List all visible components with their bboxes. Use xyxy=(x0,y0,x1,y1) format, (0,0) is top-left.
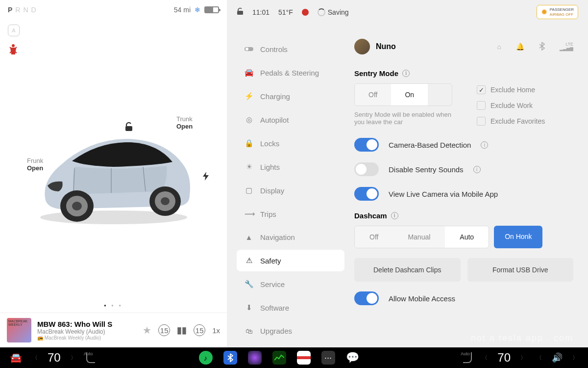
display-icon: ▢ xyxy=(245,186,253,195)
download-icon: ⬇ xyxy=(245,303,253,312)
skip-back-button[interactable]: 15 xyxy=(158,324,170,336)
format-usb-button[interactable]: Format USB Drive xyxy=(467,258,574,282)
dashcam-label: Dashcam i xyxy=(354,211,573,220)
svg-point-5 xyxy=(72,202,82,210)
nav-trips[interactable]: ⟿Trips xyxy=(237,203,344,225)
nav-display[interactable]: ▢Display xyxy=(237,180,344,201)
sentry-on-button[interactable]: On xyxy=(391,84,428,105)
nav-controls[interactable]: Controls xyxy=(237,39,344,60)
driver-temp[interactable]: 70 xyxy=(48,351,61,365)
info-icon[interactable]: i xyxy=(391,212,398,219)
skip-forward-button[interactable]: 15 xyxy=(194,324,205,336)
sentry-mode-label: Sentry Mode i xyxy=(354,69,573,78)
volume-icon[interactable]: 🔊 xyxy=(552,352,563,363)
passenger-temp[interactable]: 70 xyxy=(497,351,511,365)
nav-navigation[interactable]: ▲Navigation xyxy=(237,227,344,248)
vol-down[interactable]: 〈 xyxy=(536,354,542,362)
info-icon[interactable]: i xyxy=(402,70,410,77)
delete-clips-button[interactable]: Delete Dashcam Clips xyxy=(354,258,461,282)
passenger-seat-heat[interactable] xyxy=(463,352,472,363)
calendar-icon[interactable] xyxy=(297,351,311,365)
battery-icon xyxy=(204,6,219,13)
alert-icon: ⚠ xyxy=(245,256,253,265)
nav-charging[interactable]: ⚡Charging xyxy=(237,85,344,107)
recording-icon xyxy=(302,9,309,16)
exclude-favorites-checkbox[interactable]: Exclude Favorites xyxy=(477,117,545,126)
dashcam-manual-button[interactable]: Manual xyxy=(393,226,445,248)
media-subtitle: MacBreak Weekly (Audio) xyxy=(37,328,137,335)
dashcam-on-honk-button[interactable]: On Honk xyxy=(494,226,542,248)
car-unlock-icon[interactable] xyxy=(237,7,244,17)
svg-point-11 xyxy=(245,48,248,51)
info-icon[interactable]: i xyxy=(473,166,481,173)
route-icon: ⟿ xyxy=(245,210,253,218)
nav-locks[interactable]: 🔒Locks xyxy=(237,132,344,154)
snowflake-icon: ❄ xyxy=(195,6,200,14)
temp-up-right[interactable]: 〉 xyxy=(520,354,526,362)
vol-up[interactable]: 〉 xyxy=(572,354,578,362)
car-render xyxy=(25,122,202,230)
airbag-icon: ✹ xyxy=(541,7,547,17)
playback-speed-button[interactable]: 1x xyxy=(212,326,220,335)
disable-sounds-toggle[interactable] xyxy=(354,162,379,176)
nav-safety[interactable]: ⚠Safety xyxy=(237,250,344,271)
nav-arrow-icon: ▲ xyxy=(245,233,253,241)
car-status-panel: PRND 54 mi ❄ A Frunk Open Trunk Open xyxy=(0,0,227,347)
steering-icon: ◎ xyxy=(245,115,253,124)
bottom-dock: 🚘 〈 70 〉 Auto ♪ ⋯ 💬 Auto 〈 70 〉 〈 🔊 〉 xyxy=(0,347,588,368)
top-status-bar: 11:01 51°F Saving ✹ PASSENGERAIRBAG OFF xyxy=(227,0,588,24)
temp-down-left[interactable]: 〈 xyxy=(32,354,38,362)
range-display: 54 mi xyxy=(174,6,191,14)
sentry-toggle: Off On xyxy=(354,83,452,106)
more-apps-icon[interactable]: ⋯ xyxy=(321,351,335,365)
favorite-button[interactable]: ★ xyxy=(143,324,151,336)
mobile-access-toggle[interactable] xyxy=(354,291,379,305)
settings-nav: Controls 🚘Pedals & Steering ⚡Charging ◎A… xyxy=(237,39,344,347)
camera-detection-toggle[interactable] xyxy=(354,138,379,152)
exclude-work-checkbox[interactable]: Exclude Work xyxy=(477,101,545,110)
dashcam-off-button[interactable]: Off xyxy=(355,226,393,248)
nav-software[interactable]: ⬇Software xyxy=(237,297,344,318)
bag-icon: 🛍 xyxy=(245,327,253,335)
toggle-icon xyxy=(245,45,253,53)
loading-spinner-icon xyxy=(318,8,325,16)
svg-point-8 xyxy=(161,197,170,205)
bolt-icon: ⚡ xyxy=(245,92,253,101)
sun-icon: ☀ xyxy=(245,162,253,171)
messages-icon[interactable]: 💬 xyxy=(346,351,360,365)
sentry-off-button[interactable]: Off xyxy=(355,84,391,105)
avatar[interactable] xyxy=(354,39,370,54)
save-status: Saving xyxy=(328,8,349,16)
page-dots[interactable]: ● ● ● xyxy=(0,303,227,308)
nav-upgrades[interactable]: 🛍Upgrades xyxy=(237,320,344,342)
bluetooth-app-icon[interactable] xyxy=(223,351,237,365)
info-icon[interactable]: i xyxy=(481,141,488,149)
media-title: MBW 863: Who Will S xyxy=(37,320,137,328)
profile-name[interactable]: Nuno xyxy=(376,42,396,51)
dashcam-auto-button[interactable]: Auto xyxy=(445,226,489,248)
lock-icon: 🔒 xyxy=(245,139,253,148)
nav-autopilot[interactable]: ◎Autopilot xyxy=(237,109,344,131)
exclude-home-checkbox[interactable]: Exclude Home xyxy=(477,85,545,94)
wrench-icon: 🔧 xyxy=(245,280,253,289)
nav-lights[interactable]: ☀Lights xyxy=(237,156,344,178)
dashcam-app-icon[interactable] xyxy=(248,351,262,365)
energy-app-icon[interactable] xyxy=(272,351,286,365)
nav-service[interactable]: 🔧Service xyxy=(237,273,344,295)
nav-pedals[interactable]: 🚘Pedals & Steering xyxy=(237,62,344,83)
bell-icon[interactable]: 🔔 xyxy=(516,43,524,51)
temp-up-left[interactable]: 〉 xyxy=(71,354,76,362)
outside-temp: 51°F xyxy=(278,8,293,16)
spotify-icon[interactable]: ♪ xyxy=(199,351,213,365)
garage-icon[interactable]: ⌂ xyxy=(497,43,501,51)
pause-button[interactable]: ▮▮ xyxy=(177,325,187,336)
temp-down-right[interactable]: 〈 xyxy=(482,354,488,362)
gear-indicator: PRND xyxy=(8,6,39,14)
bluetooth-icon[interactable] xyxy=(539,42,545,52)
live-camera-toggle[interactable] xyxy=(354,187,379,201)
signal-icon: LTE▂▃▅▆ xyxy=(560,42,573,51)
clock: 11:01 xyxy=(252,8,270,16)
album-art[interactable]: MACBREAK WEEKLY xyxy=(7,318,31,342)
svg-rect-9 xyxy=(237,11,243,15)
car-icon[interactable]: 🚘 xyxy=(10,352,22,364)
